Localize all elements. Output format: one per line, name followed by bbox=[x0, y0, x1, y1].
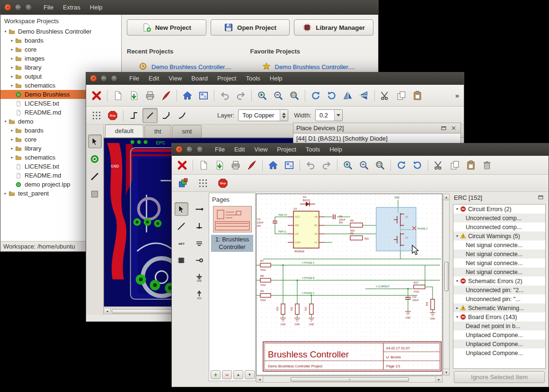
export-pdf-button[interactable] bbox=[159, 88, 174, 103]
print-button[interactable] bbox=[228, 158, 243, 173]
scroll-left-arrow[interactable]: ◂ bbox=[257, 376, 263, 382]
scrollbar-thumb[interactable] bbox=[444, 262, 449, 291]
rotate-cw-button[interactable] bbox=[410, 158, 425, 173]
erc-message-row[interactable]: ▾Schematic Errors (2) bbox=[453, 276, 545, 285]
recent-project-link[interactable]: Demo Brushless Controller.... bbox=[151, 63, 231, 71]
float-dock-icon[interactable] bbox=[440, 125, 448, 132]
tree-expander[interactable]: ▸ bbox=[9, 146, 15, 151]
erc-message-row[interactable]: Net signal connecte... bbox=[453, 249, 545, 258]
zoom-fit-button[interactable] bbox=[287, 88, 302, 103]
select-tool-button[interactable] bbox=[175, 202, 188, 216]
paste-button[interactable] bbox=[410, 88, 425, 103]
tab-default[interactable]: default bbox=[105, 125, 143, 137]
erc-message-row[interactable]: ▾Circuit Warnings (5) bbox=[453, 232, 545, 241]
erc-message-row[interactable]: Dead net point in b... bbox=[453, 321, 545, 330]
erc-message-row[interactable]: Net signal connecte... bbox=[453, 241, 545, 249]
home-button[interactable] bbox=[266, 158, 281, 173]
tree-expander[interactable]: ▾ bbox=[2, 29, 9, 34]
width-combobox-arrow[interactable] bbox=[334, 110, 342, 121]
add-page-button[interactable]: + bbox=[211, 370, 221, 379]
export-file-button[interactable] bbox=[126, 88, 142, 103]
menu-extras[interactable]: Extras bbox=[58, 4, 85, 11]
copy-button[interactable] bbox=[447, 158, 462, 173]
tree-item[interactable]: ▾Demo Brushless Controller bbox=[0, 27, 121, 36]
erc-message-row[interactable]: Unconnected comp... bbox=[453, 223, 545, 232]
stop-button[interactable]: Stop bbox=[105, 108, 120, 123]
layer-combobox[interactable]: Top Copper bbox=[238, 109, 288, 121]
menu-edit[interactable]: Edit bbox=[230, 146, 249, 153]
undo-button[interactable] bbox=[303, 158, 318, 173]
erc-message-row[interactable]: ▾Circuit Errors (2) bbox=[453, 205, 545, 214]
erc-message-row[interactable]: Unplaced Compone... bbox=[453, 348, 545, 357]
tree-expander[interactable]: ▾ bbox=[454, 315, 460, 319]
netlabel-tool-button[interactable]: .NET bbox=[175, 236, 188, 250]
favorite-project-link[interactable]: Demo Brushless Controller.... bbox=[275, 63, 355, 71]
scrollbar-thumb[interactable]: ≡ bbox=[291, 377, 409, 382]
close-window-button[interactable]: × bbox=[4, 4, 11, 11]
wire-tool-button[interactable] bbox=[193, 202, 206, 216]
erc-message-row[interactable]: Net signal connecte... bbox=[453, 267, 545, 276]
junction-tool-button[interactable] bbox=[193, 219, 206, 233]
menu-file[interactable]: File bbox=[39, 4, 58, 11]
netclass-tool-button[interactable] bbox=[193, 236, 206, 250]
tree-expander[interactable]: ▸ bbox=[9, 83, 15, 88]
page-thumbnail[interactable] bbox=[213, 206, 252, 232]
rotate-ccw-button[interactable] bbox=[308, 88, 323, 103]
library-manager-button[interactable]: Library Manager bbox=[294, 19, 373, 36]
new-project-button[interactable]: New Project bbox=[127, 19, 206, 36]
close-project-button[interactable] bbox=[175, 158, 190, 173]
maximize-window-button[interactable]: ▫ bbox=[111, 75, 118, 82]
wire-mode-corner-button[interactable] bbox=[126, 108, 142, 123]
tree-expander[interactable]: ▸ bbox=[9, 137, 15, 142]
page-list-item-selected[interactable]: 1: Brushless Controller bbox=[211, 235, 253, 252]
trace-tool-button[interactable] bbox=[88, 169, 102, 183]
zoom-in-button[interactable] bbox=[340, 158, 355, 173]
vcc-tool-button[interactable]: VCC bbox=[193, 287, 206, 301]
tree-expander[interactable]: ▸ bbox=[9, 155, 15, 160]
menu-edit[interactable]: Edit bbox=[144, 75, 164, 82]
home-button[interactable] bbox=[180, 88, 195, 103]
close-dock-icon[interactable] bbox=[450, 125, 458, 132]
redo-button[interactable] bbox=[233, 88, 248, 103]
grid-properties-button[interactable] bbox=[195, 176, 211, 191]
tree-expander[interactable]: ▸ bbox=[2, 191, 9, 196]
ic-u3[interactable]: U3 IR25606 VCC HIN LIN COM VB HO VS LO bbox=[288, 207, 325, 253]
via-tool-button[interactable] bbox=[88, 152, 102, 166]
menu-tools[interactable]: Tools bbox=[241, 75, 265, 82]
menu-project[interactable]: Project bbox=[272, 146, 301, 153]
cut-button[interactable] bbox=[378, 88, 393, 103]
layer-combobox-arrows[interactable] bbox=[280, 110, 288, 121]
grid-properties-button[interactable] bbox=[89, 108, 104, 123]
gnd-tool-button[interactable]: GND bbox=[193, 270, 206, 284]
scroll-up-arrow[interactable]: ▴ bbox=[443, 194, 449, 200]
tree-item[interactable]: ▸core bbox=[0, 45, 121, 54]
erc-message-row[interactable]: Unconnected comp... bbox=[453, 214, 545, 223]
recent-project-item[interactable]: Demo Brushless Controller.... bbox=[127, 62, 250, 72]
tree-expander[interactable]: ▸ bbox=[454, 306, 460, 310]
width-combobox[interactable]: 0.2 bbox=[315, 109, 343, 121]
erc-message-row[interactable]: Net signal connecte... bbox=[453, 258, 545, 267]
maximize-window-button[interactable]: ▫ bbox=[25, 4, 32, 11]
new-file-button[interactable] bbox=[110, 88, 125, 103]
menu-file[interactable]: File bbox=[210, 146, 230, 153]
scroll-left-arrow[interactable]: ◂ bbox=[104, 308, 111, 314]
close-window-button[interactable]: × bbox=[90, 75, 97, 82]
schematic-horizontal-scrollbar[interactable]: ◂ ≡ ▸ bbox=[256, 376, 443, 383]
new-file-button[interactable] bbox=[196, 158, 211, 173]
stop-button[interactable]: Stop bbox=[215, 176, 230, 191]
tree-expander[interactable]: ▸ bbox=[9, 65, 15, 70]
export-file-button[interactable] bbox=[212, 158, 227, 173]
cut-button[interactable] bbox=[431, 158, 446, 173]
menu-help[interactable]: Help bbox=[325, 146, 347, 153]
delete-button[interactable] bbox=[479, 158, 495, 173]
wire-mode-arc-button[interactable] bbox=[175, 108, 190, 123]
wire-mode-bend-button[interactable] bbox=[159, 108, 174, 123]
tree-expander[interactable]: ▾ bbox=[2, 119, 9, 124]
tree-expander[interactable]: ▾ bbox=[454, 234, 460, 238]
tree-expander[interactable]: ▾ bbox=[454, 207, 460, 211]
move-page-up-button[interactable]: ▲ bbox=[233, 370, 243, 379]
zoom-in-button[interactable] bbox=[255, 88, 270, 103]
port-tool-button[interactable] bbox=[193, 253, 206, 267]
zoom-out-button[interactable] bbox=[271, 88, 286, 103]
tree-item[interactable]: ▸library bbox=[0, 63, 121, 72]
